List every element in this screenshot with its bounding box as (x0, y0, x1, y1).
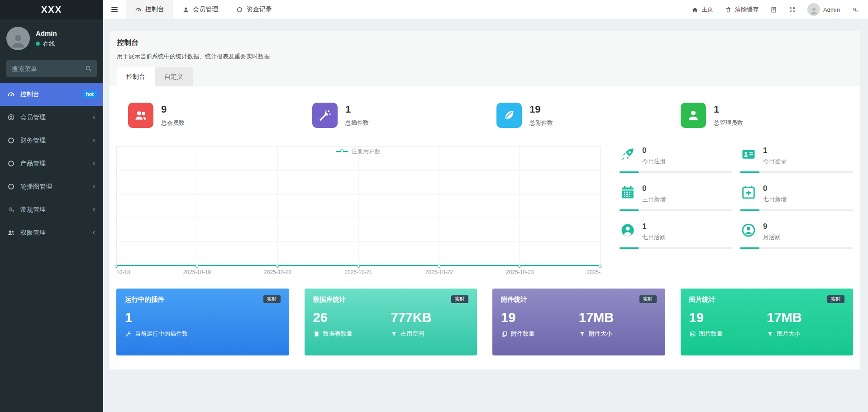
realtime-badge: 实时 (639, 295, 657, 303)
admin-user-icon (681, 103, 706, 128)
home-icon (692, 6, 698, 13)
avatar (807, 3, 820, 16)
circle-o-icon (7, 160, 15, 167)
card-running-plugins: 运行中的插件 实时 1 当前运行中的插件数 (116, 289, 289, 355)
middle-row: 注册用户数 2025-10-182025-10-192025-10-202025… (116, 146, 853, 277)
card-value: 777KB (391, 310, 468, 325)
chevron-left-icon (91, 184, 97, 189)
sidebar-item-carousel[interactable]: 轮播图管理 (0, 175, 103, 198)
topnav-tab-fund-records[interactable]: 资金记录 (227, 0, 281, 19)
settings-button[interactable] (846, 0, 864, 19)
filter-icon (767, 331, 773, 337)
image-icon (689, 331, 696, 337)
chevron-left-icon (91, 114, 97, 120)
app-logo[interactable]: XXX (0, 0, 103, 19)
home-button[interactable]: 主页 (686, 0, 719, 19)
card-value: 19 (689, 310, 767, 325)
fullscreen-button[interactable] (783, 0, 801, 19)
card-head: 数据库统计 实时 (313, 295, 469, 304)
magic-wand-icon (125, 331, 132, 337)
mini-stat-value: 0 (763, 184, 787, 193)
card-title: 运行中的插件 (125, 295, 164, 304)
legend-label: 注册用户数 (351, 147, 381, 156)
card-col: 17MB 附件大小 (579, 310, 657, 338)
stat-total-members: 9 总会员数 (116, 103, 300, 128)
chart-x-label: 2025-10-21 (344, 269, 372, 275)
mini-stat-top: 0 七日新增 (740, 184, 853, 204)
circle-o-icon (236, 6, 243, 13)
stat-value: 1 (345, 104, 369, 115)
sidebar-item-permissions[interactable]: 权限管理 (0, 221, 103, 244)
main-content: 控制台 用于展示当前系统中的统计数据、统计报表及重要实时数据 控制台 自定义 9… (103, 19, 868, 412)
user-icon (182, 6, 189, 13)
sidebar-item-label: 权限管理 (20, 229, 46, 237)
sidebar-item-finance[interactable]: 财务管理 (0, 129, 103, 152)
mini-stat-label: 今日注册 (642, 157, 666, 166)
chart-x-label: 2025-10-23 (506, 269, 534, 275)
log-button[interactable] (764, 0, 783, 19)
calendar-icon (620, 184, 636, 200)
panel-heading: 控制台 用于展示当前系统中的统计数据、统计报表及重要实时数据 控制台 自定义 (110, 31, 860, 86)
divider (620, 209, 732, 211)
topnav-tab-dashboard[interactable]: 控制台 (126, 0, 173, 19)
sidebar-item-general[interactable]: 常规管理 (0, 198, 103, 221)
card-col: 777KB 占用空间 (391, 310, 468, 338)
sidebar-item-members[interactable]: 会员管理 (0, 106, 103, 129)
chart-x-label: 2025-10-19 (183, 269, 211, 275)
card-label-text: 附件数量 (511, 330, 534, 338)
sidebar-toggle-button[interactable] (103, 0, 126, 19)
stat-text: 19 总附件数 (529, 104, 553, 127)
page-title: 控制台 (117, 38, 853, 47)
topnav-tab-members[interactable]: 会员管理 (173, 0, 227, 19)
mini-stat-value: 0 (642, 184, 666, 193)
sidebar-item-dashboard[interactable]: 控制台 hot (0, 83, 103, 106)
document-icon (770, 6, 777, 13)
divider (740, 209, 853, 211)
mini-stat-7day-active: 1 七日活跃 (620, 222, 732, 249)
panel-tabs: 控制台 自定义 (117, 67, 853, 86)
admin-menu-button[interactable]: Admin (801, 0, 846, 19)
chart-x-label: 2025-10-24 (587, 269, 601, 275)
card-label-text: 图片大小 (777, 330, 800, 338)
stat-total-plugins: 1 总插件数 (300, 103, 485, 128)
admin-label: Admin (823, 6, 840, 13)
sidebar-user-panel: Admin 在线 (0, 19, 103, 56)
app-root: XXX Admin 在线 控制台 hot 会员管理 (0, 0, 868, 412)
dashboard-icon (135, 6, 142, 13)
chart-legend[interactable]: 注册用户数 (336, 147, 381, 156)
search-icon[interactable] (85, 65, 92, 74)
clear-cache-button[interactable]: 清除缓存 (719, 0, 764, 19)
card-label: 图片数量 (689, 330, 767, 338)
stat-label: 总插件数 (345, 119, 369, 127)
mini-stat-top: 0 三日新增 (620, 184, 732, 204)
mini-stat-value: 1 (763, 146, 787, 155)
sidebar: XXX Admin 在线 控制台 hot 会员管理 (0, 0, 103, 412)
chevron-left-icon (91, 207, 97, 213)
card-head: 图片统计 实时 (689, 295, 845, 304)
chart-plot[interactable] (116, 146, 601, 266)
tab-custom[interactable]: 自定义 (155, 67, 193, 86)
tab-dashboard[interactable]: 控制台 (117, 67, 155, 86)
stats-row: 9 总会员数 1 总插件数 19 (116, 103, 853, 128)
hot-badge: hot (83, 90, 97, 98)
realtime-badge: 实时 (451, 295, 468, 303)
chart-x-label: 2025-10-20 (264, 269, 291, 275)
expand-icon (789, 6, 796, 13)
chart-x-label: 2025-10-18 (116, 269, 130, 275)
sidebar-item-products[interactable]: 产品管理 (0, 152, 103, 175)
divider (740, 247, 853, 249)
search-input[interactable] (6, 60, 97, 77)
realtime-badge: 实时 (263, 295, 281, 303)
mini-stat-text: 1 今日登录 (763, 146, 787, 166)
users-icon (7, 229, 15, 237)
card-title: 数据库统计 (313, 295, 346, 304)
top-navbar: 控制台 会员管理 资金记录 主页 清除缓存 (103, 0, 868, 19)
chart-x-label: 2025-10-22 (425, 269, 453, 275)
mini-stat-label: 今日登录 (763, 157, 787, 166)
cogs-icon (7, 206, 15, 213)
card-label-text: 附件大小 (589, 330, 612, 338)
filter-icon (579, 331, 586, 337)
rocket-icon (620, 146, 636, 162)
user-meta: Admin 在线 (36, 29, 57, 48)
mini-stat-3day-new: 0 三日新增 (620, 184, 732, 211)
